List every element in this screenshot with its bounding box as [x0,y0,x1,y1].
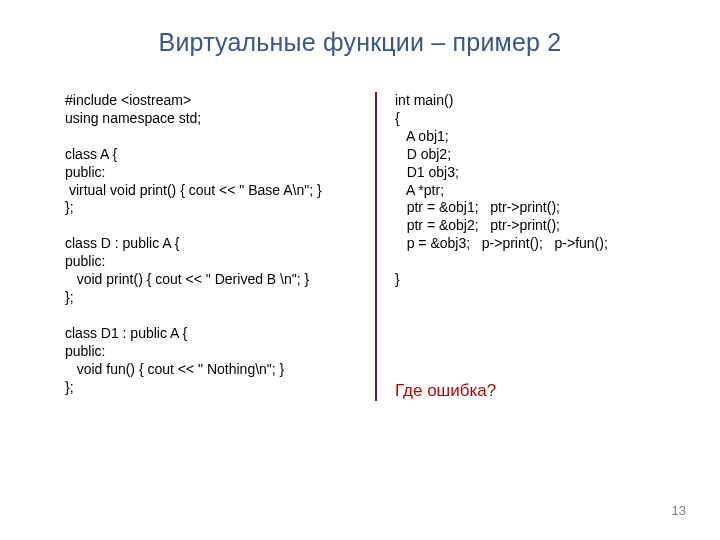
slide-title: Виртуальные функции – пример 2 [0,28,720,57]
content-columns: #include <iostream> using namespace std;… [65,92,665,401]
page-number: 13 [672,503,686,518]
code-block-right: int main() { A obj1; D obj2; D1 obj3; A … [395,92,665,289]
right-column: int main() { A obj1; D obj2; D1 obj3; A … [375,92,665,401]
code-block-left: #include <iostream> using namespace std;… [65,92,357,396]
question-text: Где ошибка? [395,381,665,401]
left-column: #include <iostream> using namespace std;… [65,92,375,401]
